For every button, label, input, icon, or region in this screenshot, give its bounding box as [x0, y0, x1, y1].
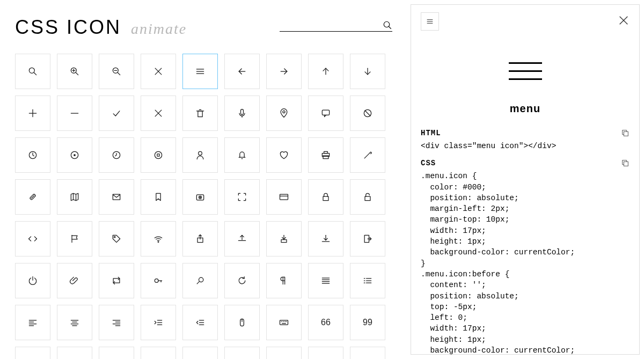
- icon-pen[interactable]: [350, 137, 385, 173]
- svg-point-61: [158, 241, 159, 243]
- indent-icon: [153, 317, 164, 328]
- icon-lock[interactable]: [308, 179, 343, 215]
- icon-unlock[interactable]: [350, 179, 385, 215]
- icon-print[interactable]: [308, 137, 343, 173]
- icon-9[interactable]: 9: [57, 347, 92, 359]
- icon-arrow-down[interactable]: [350, 54, 385, 89]
- icon-user[interactable]: [182, 137, 218, 173]
- icon-zoom-out[interactable]: [99, 54, 134, 89]
- html-code[interactable]: <div class="menu icon"></div>: [421, 141, 630, 151]
- icon-code[interactable]: [15, 221, 50, 257]
- icon-trash[interactable]: [182, 96, 218, 131]
- icon-repeat[interactable]: [99, 263, 134, 298]
- bell-icon: [237, 150, 247, 160]
- icon-share[interactable]: [182, 221, 218, 257]
- icon-align-right[interactable]: [99, 305, 134, 340]
- menu-icon: [426, 17, 434, 26]
- icon-outdent[interactable]: [182, 305, 218, 340]
- search-box[interactable]: [280, 20, 392, 32]
- icon-zoom-in[interactable]: [57, 54, 92, 89]
- icon-6[interactable]: 6: [15, 347, 50, 359]
- icon-download2[interactable]: [308, 221, 343, 257]
- icon-upload[interactable]: [224, 221, 260, 257]
- icon-flag[interactable]: [57, 221, 92, 257]
- icon-target[interactable]: [57, 137, 92, 173]
- close-button[interactable]: [618, 14, 630, 28]
- icon-eye[interactable]: [141, 347, 176, 359]
- icon-x[interactable]: [141, 54, 176, 89]
- copy-css-button[interactable]: [621, 159, 630, 167]
- icon-66[interactable]: 66: [308, 305, 343, 340]
- icon-power[interactable]: [15, 263, 50, 298]
- css-header: CSS: [421, 159, 630, 167]
- icon-bell[interactable]: [224, 137, 260, 173]
- icon-clip[interactable]: [57, 263, 92, 298]
- icon-mustache[interactable]: [99, 347, 134, 359]
- icon-mouse[interactable]: [224, 305, 260, 340]
- svg-rect-45: [324, 151, 328, 153]
- icon-clock[interactable]: [15, 137, 50, 173]
- icon-justify[interactable]: [308, 263, 343, 298]
- svg-rect-138: [624, 162, 628, 166]
- icon-check[interactable]: [99, 96, 134, 131]
- svg-rect-39: [157, 154, 159, 156]
- icon-map[interactable]: [57, 179, 92, 215]
- icon-chat[interactable]: [308, 96, 343, 131]
- share-icon: [195, 233, 206, 244]
- icon-fullscreen[interactable]: [224, 179, 260, 215]
- icon-wifi[interactable]: [141, 221, 176, 257]
- css-code[interactable]: .menu.icon { color: #000; position: abso…: [421, 171, 630, 354]
- icon-clock2[interactable]: [99, 137, 134, 173]
- icon-menu[interactable]: [182, 54, 218, 89]
- svg-point-74: [155, 279, 158, 283]
- icon-mic[interactable]: [224, 96, 260, 131]
- icon-card[interactable]: [266, 179, 302, 215]
- icon-download[interactable]: [266, 221, 302, 257]
- icon-briefcase[interactable]: [350, 347, 385, 359]
- animate-link[interactable]: animate: [131, 20, 187, 38]
- icon-indent[interactable]: [141, 305, 176, 340]
- mouse-icon: [237, 317, 247, 328]
- icon-plus[interactable]: [15, 96, 50, 131]
- icon-minus[interactable]: [57, 96, 92, 131]
- copy-html-button[interactable]: [621, 129, 630, 137]
- icon-list[interactable]: [350, 263, 385, 298]
- icon-pill[interactable]: [15, 179, 50, 215]
- icon-bookmark[interactable]: [141, 179, 176, 215]
- icon-align-left[interactable]: [15, 305, 50, 340]
- icon-tag[interactable]: [99, 221, 134, 257]
- html-header: HTML: [421, 129, 630, 137]
- icon-mail[interactable]: [99, 179, 134, 215]
- arrow-right-icon: [279, 66, 289, 77]
- panel-menu-button[interactable]: [421, 12, 439, 31]
- icon-paragraph[interactable]: [266, 263, 302, 298]
- logout-icon: [362, 233, 373, 244]
- zoom-out-icon: [111, 66, 122, 77]
- icon-battery[interactable]: [224, 347, 260, 359]
- icon-reload[interactable]: [224, 263, 260, 298]
- icon-key[interactable]: [141, 263, 176, 298]
- icon-location[interactable]: [266, 96, 302, 131]
- icon-99[interactable]: 99: [350, 305, 385, 340]
- icon-align-center[interactable]: [57, 305, 92, 340]
- icon-search[interactable]: [15, 54, 50, 89]
- icon-arrow-left[interactable]: [224, 54, 260, 89]
- code-icon: [27, 233, 38, 244]
- icon-search2[interactable]: [182, 263, 218, 298]
- icon-battery2[interactable]: [266, 347, 302, 359]
- icon-forbidden[interactable]: [350, 96, 385, 131]
- icon-arrow-up[interactable]: [308, 54, 343, 89]
- icon-x2[interactable]: [141, 96, 176, 131]
- align-center-icon: [69, 317, 80, 328]
- search-input[interactable]: [280, 21, 383, 30]
- icon-heart[interactable]: [266, 137, 302, 173]
- icon-sliders[interactable]: [182, 347, 218, 359]
- icon-camera[interactable]: [182, 179, 218, 215]
- svg-line-5: [76, 73, 78, 75]
- icon-logout[interactable]: [350, 221, 385, 257]
- icon-battery3[interactable]: [308, 347, 343, 359]
- svg-point-38: [155, 151, 162, 158]
- icon-arrow-right[interactable]: [266, 54, 302, 89]
- icon-keyboard[interactable]: [266, 305, 302, 340]
- icon-stop[interactable]: [141, 137, 176, 173]
